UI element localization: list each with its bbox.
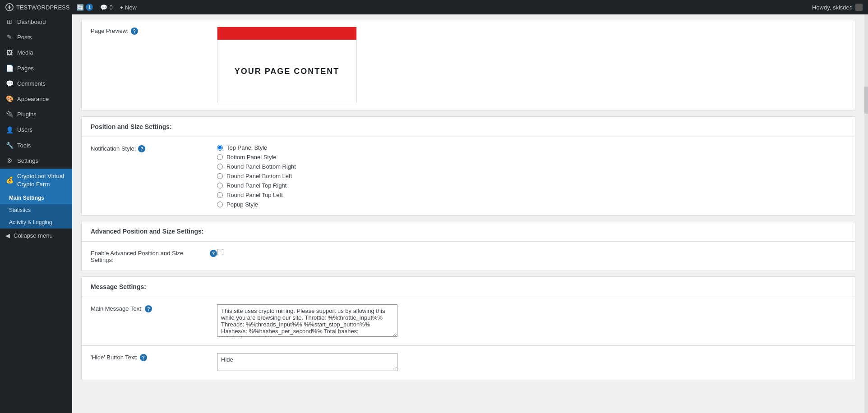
sidebar-item-users[interactable]: 👤 Users: [0, 122, 72, 138]
page-preview-help[interactable]: ?: [131, 28, 138, 35]
main-message-label: Main Message Text: ?: [91, 304, 217, 312]
site-name: TESTWORDPRESS: [16, 4, 69, 11]
sidebar-item-dashboard[interactable]: ⊞ Dashboard: [0, 14, 72, 30]
sidebar-item-appearance[interactable]: 🎨 Appearance: [0, 92, 72, 107]
page-preview-box: YOUR PAGE CONTENT: [217, 27, 357, 103]
sidebar-item-label: Dashboard: [17, 18, 46, 26]
position-section-header: Position and Size Settings:: [82, 117, 855, 137]
sidebar-item-settings[interactable]: ⚙ Settings: [0, 153, 72, 169]
enable-advanced-checkbox[interactable]: [217, 249, 223, 255]
main-message-row: Main Message Text: ?: [82, 297, 855, 346]
position-section: Position and Size Settings: Notification…: [81, 116, 855, 216]
radio-popup[interactable]: Popup Style: [217, 201, 846, 208]
sidebar-item-label: Plugins: [17, 110, 37, 119]
sidebar-item-media[interactable]: 🖼 Media: [0, 45, 72, 60]
sidebar-item-comments[interactable]: 💬 Comments: [0, 76, 72, 92]
main-content: Page Preview: ? YOUR PAGE CONTENT: [72, 14, 864, 413]
new-item[interactable]: + New: [120, 4, 137, 11]
comments-item[interactable]: 💬 0: [100, 4, 112, 11]
message-section: Message Settings: Main Message Text: ?: [81, 276, 855, 380]
position-section-title: Position and Size Settings:: [91, 123, 172, 130]
advanced-section-header: Advanced Position and Size Settings:: [82, 221, 855, 242]
pages-icon: 📄: [5, 64, 14, 73]
notification-style-help[interactable]: ?: [138, 145, 145, 152]
sidebar-item-cryptoloot[interactable]: 💰 CryptoLoot VirtualCrypto Farm: [0, 169, 72, 192]
dashboard-icon: ⊞: [5, 18, 14, 26]
cryptoloot-icon: 💰: [5, 176, 14, 184]
sidebar-item-label: Pages: [17, 64, 34, 73]
main-message-textarea[interactable]: [217, 304, 397, 337]
radio-round-bottom-right-input[interactable]: [217, 164, 223, 170]
updates-icon: 🔄: [77, 4, 84, 11]
plugins-icon: 🔌: [5, 110, 14, 119]
page-preview-section: Page Preview: ? YOUR PAGE CONTENT: [81, 19, 855, 111]
preview-body: YOUR PAGE CONTENT: [217, 40, 356, 103]
radio-popup-input[interactable]: [217, 202, 223, 207]
submenu-label: Main Settings: [9, 194, 44, 202]
sidebar-subitem-statistics[interactable]: Statistics: [0, 204, 72, 216]
radio-round-bottom-left-input[interactable]: [217, 173, 223, 179]
radio-top-panel-input[interactable]: [217, 145, 223, 151]
enable-advanced-label: Enable Advanced Position and Size Settin…: [91, 249, 217, 263]
page-preview-row: Page Preview: ? YOUR PAGE CONTENT: [82, 19, 855, 110]
collapse-menu[interactable]: ◀ Collapse menu: [0, 229, 72, 243]
content-wrapper: Page Preview: ? YOUR PAGE CONTENT: [72, 19, 864, 404]
sidebar-item-label: Comments: [17, 80, 46, 88]
radio-bottom-panel-input[interactable]: [217, 154, 223, 160]
radio-round-bottom-right-label: Round Panel Bottom Right: [226, 163, 296, 170]
sidebar-item-pages[interactable]: 📄 Pages: [0, 61, 72, 76]
admin-bar: TESTWORDPRESS 🔄 1 💬 0 + New Howdy, skisd…: [0, 0, 868, 14]
preview-header-bar: [217, 27, 356, 40]
radio-round-top-left[interactable]: Round Panel Top Left: [217, 192, 846, 198]
radio-round-bottom-left[interactable]: Round Panel Bottom Left: [217, 173, 846, 179]
radio-top-panel[interactable]: Top Panel Style: [217, 144, 846, 151]
submenu-label: Activity & Logging: [9, 219, 52, 226]
updates-item[interactable]: 🔄 1: [77, 4, 93, 11]
radio-round-top-right[interactable]: Round Panel Top Right: [217, 182, 846, 189]
radio-top-panel-label: Top Panel Style: [226, 144, 267, 151]
radio-round-top-left-input[interactable]: [217, 192, 223, 198]
page-preview-label: Page Preview: ?: [91, 27, 217, 35]
sidebar: ⊞ Dashboard ✎ Posts 🖼 Media 📄 Pages 💬 Co…: [0, 14, 72, 413]
adminbar-right: Howdy, skisded: [812, 4, 863, 11]
hide-button-row: 'Hide' Button Text: ?: [82, 346, 855, 380]
notification-style-row: Notification Style: ? Top Panel Style Bo…: [82, 137, 855, 215]
hide-button-help[interactable]: ?: [140, 354, 147, 361]
right-scrollbar: [864, 14, 868, 413]
radio-bottom-panel[interactable]: Bottom Panel Style: [217, 154, 846, 161]
sidebar-item-label: Tools: [17, 142, 31, 150]
radio-popup-label: Popup Style: [226, 201, 258, 208]
radio-round-top-right-input[interactable]: [217, 183, 223, 188]
advanced-section-title: Advanced Position and Size Settings:: [91, 228, 203, 235]
collapse-label: Collapse menu: [14, 232, 53, 239]
comments-icon: 💬: [100, 4, 107, 11]
site-logo[interactable]: TESTWORDPRESS: [5, 3, 69, 11]
hide-button-textarea[interactable]: [217, 353, 397, 371]
sidebar-item-plugins[interactable]: 🔌 Plugins: [0, 107, 72, 122]
notification-style-options: Top Panel Style Bottom Panel Style Round…: [217, 144, 846, 208]
sidebar-item-tools[interactable]: 🔧 Tools: [0, 138, 72, 153]
sidebar-item-label: Appearance: [17, 95, 49, 103]
advanced-section: Advanced Position and Size Settings: Ena…: [81, 221, 855, 271]
sidebar-subitem-main-settings[interactable]: Main Settings: [0, 192, 72, 204]
main-message-content: [217, 304, 846, 338]
collapse-icon: ◀: [5, 232, 10, 239]
sidebar-item-label: Settings: [17, 157, 38, 165]
radio-round-bottom-right[interactable]: Round Panel Bottom Right: [217, 163, 846, 170]
notification-style-label: Notification Style: ?: [91, 144, 217, 152]
radio-bottom-panel-label: Bottom Panel Style: [226, 154, 277, 161]
sidebar-item-label: CryptoLoot VirtualCrypto Farm: [17, 172, 64, 188]
updates-count: 1: [86, 4, 93, 11]
enable-advanced-content: [217, 249, 846, 255]
main-message-help[interactable]: ?: [145, 305, 152, 312]
enable-advanced-checkbox-item: [217, 249, 846, 255]
sidebar-item-posts[interactable]: ✎ Posts: [0, 30, 72, 45]
submenu-label: Statistics: [9, 206, 31, 214]
sidebar-item-label: Media: [17, 49, 33, 57]
enable-advanced-help[interactable]: ?: [210, 250, 217, 257]
users-icon: 👤: [5, 126, 14, 134]
sidebar-item-label: Posts: [17, 33, 32, 41]
sidebar-subitem-activity-logging[interactable]: Activity & Logging: [0, 216, 72, 229]
comments-icon: 💬: [5, 80, 14, 88]
hide-button-label: 'Hide' Button Text: ?: [91, 353, 217, 361]
